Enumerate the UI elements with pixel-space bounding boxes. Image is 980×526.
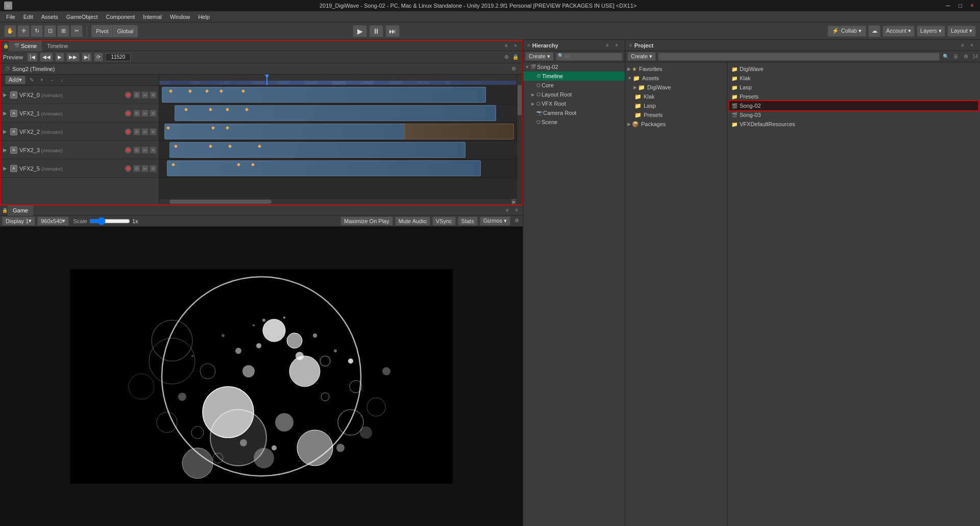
track-lane-1[interactable] [159, 104, 517, 123]
track-mute-2[interactable]: ⊘ [133, 128, 140, 135]
tree-presets[interactable]: 📁 Presets [625, 110, 727, 119]
track-lock-1[interactable]: ═ [141, 110, 149, 117]
tree-favorites[interactable]: ▶ ★ Favorites [625, 64, 727, 74]
track-mute-4[interactable]: ⊘ [133, 165, 140, 172]
track-lane-2[interactable] [159, 123, 517, 141]
track-record-0[interactable] [125, 92, 131, 98]
hand-tool[interactable]: ✋ [4, 25, 16, 37]
track-menu-1[interactable]: ≡ [150, 110, 157, 117]
track-expand-2[interactable]: ▶ [3, 129, 8, 134]
track-expand-0[interactable]: ▶ [3, 92, 8, 98]
hierarchy-close-icon[interactable]: × [612, 41, 621, 50]
menu-window[interactable]: Window [166, 13, 194, 21]
stats-btn[interactable]: Stats [458, 217, 478, 226]
account-button[interactable]: Account ▾ [883, 26, 915, 37]
cloud-button[interactable]: ☁ [868, 25, 880, 37]
menu-file[interactable]: File [2, 13, 19, 21]
asset-presets[interactable]: 📁 Presets [729, 92, 978, 101]
game-panel-close[interactable]: × [512, 206, 521, 214]
tl-settings-icon[interactable]: ⚙ [502, 53, 510, 61]
rotate-tool[interactable]: ↻ [31, 25, 43, 37]
track-lane-0[interactable] [159, 86, 517, 104]
project-settings-icon[interactable]: ⚙ [962, 53, 970, 61]
mute-audio-btn[interactable]: Mute Audio [395, 217, 430, 226]
hierarchy-item-camera-root[interactable]: 📷 Camera Root [523, 108, 625, 117]
menu-internal[interactable]: Internal [139, 13, 166, 21]
project-filter-icon[interactable]: ☰ [952, 53, 960, 61]
maximize-on-play-btn[interactable]: Maximize On Play [340, 217, 393, 226]
game-settings-icon[interactable]: ⚙ [512, 217, 521, 225]
menu-component[interactable]: Component [102, 13, 139, 21]
tl-end-btn[interactable]: ▶| [82, 53, 92, 62]
tl-start-btn[interactable]: |◀ [27, 53, 38, 62]
global-button[interactable]: Global [113, 26, 137, 37]
tree-packages[interactable]: ▶ 📦 Packages [625, 119, 727, 129]
hierarchy-item-core[interactable]: ⬡ Core [523, 81, 625, 90]
track-menu-0[interactable]: ≡ [150, 91, 157, 99]
game-panel-menu[interactable]: ≡ [503, 206, 511, 214]
close-button[interactable]: × [968, 2, 976, 9]
collab-button[interactable]: ⚡ Collab ▾ [827, 26, 866, 37]
track-expand-3[interactable]: ▶ [3, 147, 8, 153]
hierarchy-item-timeline[interactable]: ⏱ Timeline [523, 71, 625, 81]
tl-play-btn[interactable]: ▶ [55, 53, 64, 62]
track-lock-0[interactable]: ═ [141, 91, 149, 99]
tree-klak[interactable]: 📁 Klak [625, 92, 727, 101]
add-track-button[interactable]: Add▾ [5, 76, 26, 84]
play-button[interactable]: ▶ [353, 25, 367, 37]
project-menu-icon[interactable]: ≡ [959, 41, 967, 50]
window-controls[interactable]: ─ □ × [944, 2, 976, 9]
tab-scene[interactable]: 🎬 Scene [9, 41, 42, 51]
track-record-3[interactable] [125, 147, 131, 153]
resolution-dropdown[interactable]: 960x540 ▾ [37, 217, 69, 226]
menu-edit[interactable]: Edit [19, 13, 37, 21]
asset-lasp[interactable]: 📁 Lasp [729, 83, 978, 92]
track-mute-3[interactable]: ⊘ [133, 147, 140, 154]
track-lock-4[interactable]: ═ [141, 165, 149, 172]
track-lock-2[interactable]: ═ [141, 128, 149, 135]
layers-button[interactable]: Layers ▾ [917, 26, 945, 37]
frame-input[interactable]: 11520 [105, 53, 131, 61]
track-lane-4[interactable] [159, 159, 517, 178]
track-mute-0[interactable]: ⊘ [133, 91, 140, 99]
hierarchy-item-layout-root[interactable]: ▶ ⬡ Layout Root [523, 90, 625, 99]
track-menu-4[interactable]: ≡ [150, 165, 157, 172]
gizmos-btn[interactable]: Gizmos ▾ [480, 217, 510, 226]
minimize-button[interactable]: ─ [944, 2, 952, 9]
song2-settings-icon[interactable]: ⚙ [509, 65, 518, 73]
menu-help[interactable]: Help [194, 13, 214, 21]
track-menu-2[interactable]: ≡ [150, 128, 157, 135]
tree-digiwave[interactable]: ▶ 📁 DigiWave [625, 83, 727, 92]
tree-assets[interactable]: ▼ 📁 Assets [625, 74, 727, 83]
v-scrollbar-thumb[interactable] [518, 85, 522, 115]
timeline-v-scrollbar[interactable] [517, 75, 522, 204]
track-add-icon[interactable]: + [38, 76, 46, 84]
pivot-button[interactable]: Pivot [92, 26, 113, 37]
track-down-icon[interactable]: ↓ [58, 76, 66, 84]
project-search-icon[interactable]: 🔍 [942, 53, 950, 61]
tl-loop-btn[interactable]: ⟳ [94, 53, 103, 62]
h-scrollbar-thumb[interactable] [169, 200, 272, 204]
track-edit-icon[interactable]: ✎ [28, 76, 36, 84]
hierarchy-item-vfx-root[interactable]: ▶ ⬡ VFX Root [523, 99, 625, 108]
tab-timeline[interactable]: Timeline [42, 41, 73, 51]
hierarchy-menu-icon[interactable]: ≡ [603, 41, 611, 50]
tl-lock-icon[interactable]: 🔒 [511, 53, 520, 61]
panel-menu-icon[interactable]: ≡ [502, 42, 510, 50]
hierarchy-create-btn[interactable]: Create ▾ [525, 52, 554, 61]
scale-slider[interactable] [89, 217, 130, 225]
maximize-button[interactable]: □ [957, 2, 964, 9]
tree-lasp[interactable]: 📁 Lasp [625, 101, 727, 110]
track-expand-4[interactable]: ▶ [3, 165, 8, 171]
track-record-2[interactable] [125, 129, 131, 135]
pause-button[interactable]: ⏸ [369, 25, 383, 37]
hierarchy-item-song02[interactable]: ▼ 🎬 Song-02 [523, 62, 625, 71]
scroll-right-icon[interactable]: ▶ [511, 199, 517, 204]
project-close-icon[interactable]: × [968, 41, 976, 50]
asset-song02[interactable]: 🎬 Song-02 [729, 101, 978, 110]
asset-klak[interactable]: 📁 Klak [729, 74, 978, 83]
menu-assets[interactable]: Assets [37, 13, 62, 21]
step-button[interactable]: ⏭ [385, 25, 400, 37]
timeline-h-scrollbar[interactable]: ▶ [159, 198, 517, 204]
hierarchy-search-input[interactable] [556, 53, 623, 61]
